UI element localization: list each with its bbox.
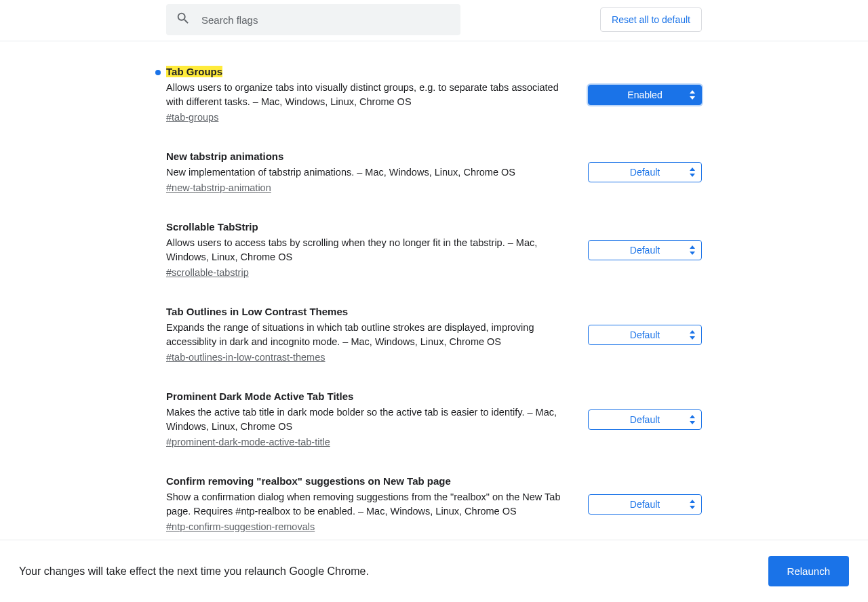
flag-select[interactable]: Default [588,162,702,182]
select-arrows-icon [689,245,696,255]
flag-text: Prominent Dark Mode Active Tab TitlesMak… [166,390,588,448]
flag-text: Confirm removing "realbox" suggestions o… [166,475,588,533]
flag-description: Allows users to organize tabs into visua… [166,81,574,109]
flag-select-value: Default [630,414,660,425]
flag-title: Tab Groups [166,66,222,77]
modified-dot-icon [155,70,161,75]
flag-description: Makes the active tab title in dark mode … [166,405,574,434]
select-arrows-icon [689,90,696,100]
topbar: Reset all to default [166,4,702,35]
flag-row: Tab Outlines in Low Contrast ThemesExpan… [166,306,702,363]
footer-message: Your changes will take effect the next t… [19,565,369,578]
search-box[interactable] [166,4,460,35]
flag-select-value: Default [630,499,660,510]
flag-title: New tabstrip animations [166,150,283,162]
flag-hash-link[interactable]: #tab-outlines-in-low-contrast-themes [166,352,326,363]
select-arrows-icon [689,167,696,177]
flag-text: Tab Outlines in Low Contrast ThemesExpan… [166,306,588,363]
flag-row: Scrollable TabStripAllows users to acces… [166,221,702,279]
flag-row: New tabstrip animationsNew implementatio… [166,150,702,194]
flag-title: Scrollable TabStrip [166,221,258,233]
flag-select-value: Enabled [627,89,662,100]
flag-text: Tab GroupsAllows users to organize tabs … [166,66,588,123]
flag-select[interactable]: Default [588,325,702,345]
flag-title: Tab Outlines in Low Contrast Themes [166,306,348,317]
flag-hash-link[interactable]: #ntp-confirm-suggestion-removals [166,521,315,532]
flags-list: Tab GroupsAllows users to organize tabs … [166,45,702,533]
search-input[interactable] [200,14,451,26]
flag-description: New implementation of tabstrip animation… [166,165,574,180]
flag-title: Confirm removing "realbox" suggestions o… [166,475,451,487]
flag-hash-link[interactable]: #prominent-dark-mode-active-tab-title [166,437,330,447]
flag-description: Expands the range of situations in which… [166,321,574,349]
flag-description: Allows users to access tabs by scrolling… [166,236,574,264]
flag-title: Prominent Dark Mode Active Tab Titles [166,390,353,402]
flag-select[interactable]: Default [588,409,702,430]
flag-hash-link[interactable]: #new-tabstrip-animation [166,182,271,193]
flag-text: Scrollable TabStripAllows users to acces… [166,221,588,279]
flag-select[interactable]: Enabled [588,85,702,105]
flag-select-value: Default [630,167,660,178]
flag-select[interactable]: Default [588,240,702,260]
reset-all-button[interactable]: Reset all to default [600,7,702,32]
footer-bar: Your changes will take effect the next t… [0,540,868,602]
select-arrows-icon [689,330,696,340]
flag-hash-link[interactable]: #scrollable-tabstrip [166,267,249,278]
flag-row: Prominent Dark Mode Active Tab TitlesMak… [166,390,702,448]
flag-text: New tabstrip animationsNew implementatio… [166,150,588,194]
flag-hash-link[interactable]: #tab-groups [166,112,218,123]
flag-select-value: Default [630,245,660,256]
flag-row: Confirm removing "realbox" suggestions o… [166,475,702,533]
select-arrows-icon [689,500,696,509]
flag-description: Show a confirmation dialog when removing… [166,490,574,519]
relaunch-button[interactable]: Relaunch [768,556,849,586]
flag-row: Tab GroupsAllows users to organize tabs … [166,66,702,123]
flag-select-value: Default [630,329,660,340]
search-icon [176,11,200,28]
flag-select[interactable]: Default [588,494,702,515]
select-arrows-icon [689,415,696,424]
